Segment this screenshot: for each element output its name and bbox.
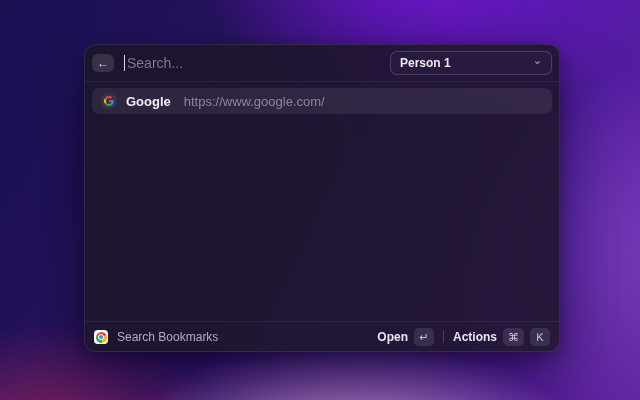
- chevron-down-icon: ⌄: [533, 55, 542, 66]
- back-button[interactable]: ←: [92, 54, 114, 72]
- enter-key-badge: ↵: [414, 328, 434, 346]
- search-input[interactable]: Search...: [124, 55, 380, 71]
- chrome-logo-icon: [94, 330, 108, 344]
- cmd-key-badge: ⌘: [503, 328, 524, 346]
- text-caret: [124, 55, 125, 71]
- results-list: Google https://www.google.com/: [84, 82, 560, 120]
- result-title: Google: [126, 94, 171, 109]
- k-key-badge: K: [530, 328, 550, 346]
- footer-command-name: Search Bookmarks: [117, 330, 218, 344]
- footer-actions: Open ↵ Actions ⌘ K: [377, 328, 550, 346]
- footer-divider: [443, 331, 444, 343]
- desktop-background: ← Search... Person 1 ⌄: [0, 0, 640, 400]
- result-subtitle: https://www.google.com/: [184, 94, 325, 109]
- search-placeholder: Search...: [127, 55, 183, 71]
- launcher-window: ← Search... Person 1 ⌄: [84, 44, 560, 352]
- actions-button[interactable]: Actions ⌘ K: [453, 328, 550, 346]
- back-arrow-icon: ←: [97, 57, 109, 69]
- profile-dropdown-value: Person 1: [400, 56, 451, 70]
- actions-label: Actions: [453, 330, 497, 344]
- launcher-footer: Search Bookmarks Open ↵ Actions ⌘ K: [84, 321, 560, 352]
- result-row-google[interactable]: Google https://www.google.com/: [92, 88, 552, 114]
- profile-dropdown[interactable]: Person 1 ⌄: [390, 51, 552, 75]
- launcher-header: ← Search... Person 1 ⌄: [84, 44, 560, 82]
- open-label: Open: [377, 330, 408, 344]
- results-empty-area: [84, 120, 560, 321]
- open-button[interactable]: Open ↵: [377, 328, 434, 346]
- google-favicon-icon: [101, 93, 117, 109]
